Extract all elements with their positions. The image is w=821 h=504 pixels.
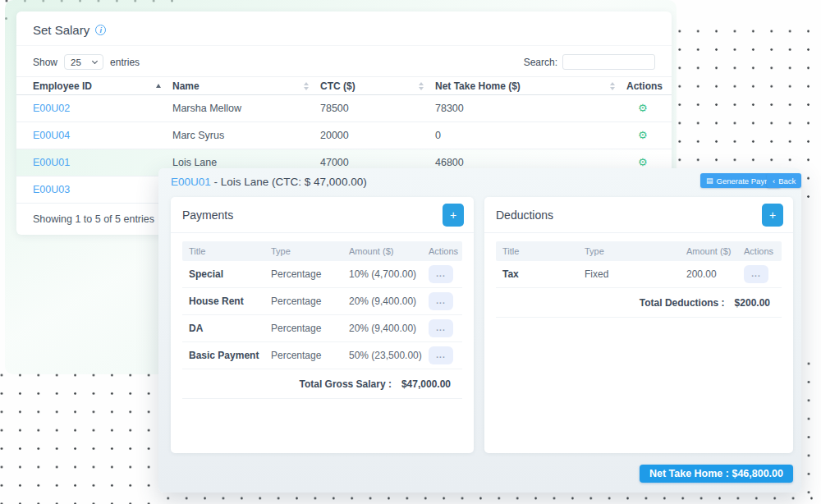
sort-asc-icon [156,84,161,88]
table-row: E00U02 Marsha Mellow 78500 78300 ⚙ [16,95,672,122]
total-gross-salary-label: Total Gross Salary : [299,378,391,390]
gear-icon: ⚙ [638,102,648,114]
table-row: E00U04 Marc Syrus 20000 0 ⚙ [16,122,672,149]
panel-header: E00U01 - Lois Lane (CTC: $ 47,000.00) ▤ … [158,168,801,197]
employee-net-take-home: 46800 [435,157,626,168]
table-controls: Show 25 entries Search: [16,46,672,76]
employee-id-link[interactable]: E00U01 [171,176,211,188]
payment-actions-button[interactable]: ... [429,319,453,337]
deductions-table-header: Title Type Amount ($) Actions [496,241,782,261]
payments-table-header: Title Type Amount ($) Actions [182,241,462,261]
entries-label: entries [110,57,140,68]
plus-icon: + [450,208,456,222]
page-size-select[interactable]: 25 [64,54,103,70]
deductions-title: Deductions [496,208,553,222]
page-title: Set Salary [33,23,89,37]
search-label: Search: [524,57,557,68]
sort-icon [419,82,424,90]
chevron-down-icon [92,58,98,64]
deductions-card-header: Deductions + [484,197,793,233]
net-take-home-badge: Net Take Home : $46,800.00 [640,465,793,483]
payments-title: Payments [182,208,233,222]
employee-name: Marc Syrus [172,130,320,141]
column-header-actions: Actions [626,80,674,92]
add-payment-button[interactable]: + [443,204,464,227]
employee-name: Lois Lane [172,157,320,168]
employee-id-link[interactable]: E00U01 [33,157,70,168]
employee-id-link[interactable]: E00U04 [33,130,70,141]
column-header-ctc[interactable]: CTC ($) [320,80,435,92]
ellipsis-icon: ... [436,323,445,332]
payment-row: DA Percentage 20% (9,400.00) ... [182,315,462,342]
dot-grid-decoration [158,493,821,504]
total-deductions-label: Total Deductions : [640,297,725,309]
show-label: Show [33,57,57,68]
column-header-employee-id[interactable]: Employee ID [33,80,172,92]
employee-salary-panel: E00U01 - Lois Lane (CTC: $ 47,000.00) ▤ … [158,168,801,493]
app-screen: Set Salary i Show 25 entries Search: Emp… [0,0,821,504]
add-deduction-button[interactable]: + [762,204,783,227]
payments-total-row: Total Gross Salary : $47,000.00 [182,369,462,399]
info-icon[interactable]: i [95,25,106,35]
payments-card: Payments + Title Type Amount ($) Actions… [171,197,474,453]
set-salary-gear-button[interactable]: ⚙ [626,130,648,140]
ellipsis-icon: ... [436,269,445,278]
panel-title: E00U01 - Lois Lane (CTC: $ 47,000.00) [171,176,367,188]
employee-net-take-home: 0 [435,130,626,141]
set-salary-gear-button[interactable]: ⚙ [626,157,648,167]
card-header: Set Salary i [16,11,672,46]
back-button[interactable]: ‹ Back [767,173,801,188]
sort-icon [304,82,309,90]
page-size-value: 25 [71,57,81,67]
employee-id-link[interactable]: E00U03 [33,184,70,195]
deductions-card: Deductions + Title Type Amount ($) Actio… [484,197,793,453]
gear-icon: ⚙ [638,156,648,168]
ellipsis-icon: ... [436,351,445,360]
total-gross-salary-value: $47,000.00 [401,378,451,390]
sort-icon [610,82,615,90]
employee-id-link[interactable]: E00U02 [33,103,70,114]
dot-grid-decoration [801,356,821,504]
payment-row: House Rent Percentage 20% (9,400.00) ... [182,288,462,315]
ellipsis-icon: ... [751,269,760,278]
ellipsis-icon: ... [436,296,445,305]
payment-row: Special Percentage 10% (4,700.00) ... [182,261,462,288]
payments-card-header: Payments + [171,197,474,233]
column-header-name[interactable]: Name [172,80,320,92]
deduction-row: Tax Fixed 200.00 ... [496,261,782,288]
dot-grid-decoration [0,368,156,504]
payment-actions-button[interactable]: ... [429,346,453,364]
chevron-left-icon: ‹ [773,176,775,186]
payroll-icon: ▤ [706,177,713,185]
column-header-net-take-home[interactable]: Net Take Home ($) [435,80,626,92]
deduction-actions-button[interactable]: ... [744,265,768,283]
plus-icon: + [769,208,776,222]
employee-ctc: 47000 [320,157,435,168]
pagination-info: Showing 1 to 5 of 5 entries [33,213,154,225]
employee-net-take-home: 78300 [435,103,626,114]
employee-name: Marsha Mellow [172,103,320,114]
search-input[interactable] [562,54,655,70]
gear-icon: ⚙ [638,129,648,141]
payment-actions-button[interactable]: ... [429,292,453,310]
table-header-row: Employee ID Name CTC ($) Net Take Home (… [16,76,672,95]
payment-actions-button[interactable]: ... [429,265,453,283]
employee-ctc: 20000 [320,130,435,141]
set-salary-gear-button[interactable]: ⚙ [626,103,648,113]
employee-ctc: 78500 [320,103,435,114]
deductions-total-row: Total Deductions : $200.00 [496,288,782,318]
payment-row: Basic Payment Percentage 50% (23,500.00)… [182,342,462,369]
total-deductions-value: $200.00 [735,297,770,309]
